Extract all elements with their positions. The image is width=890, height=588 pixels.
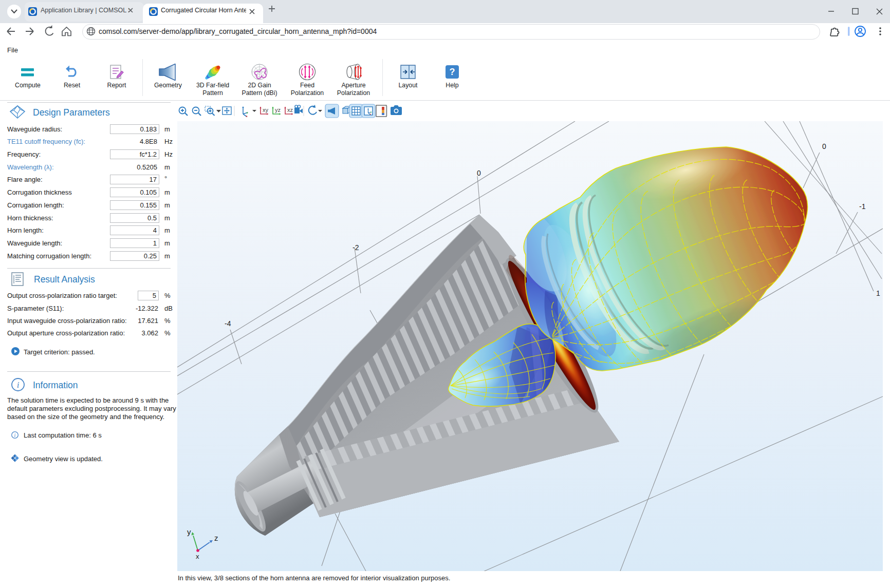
svg-text:i: i [17,380,20,390]
svg-text:0: 0 [477,169,481,177]
svg-text:1: 1 [876,289,880,297]
svg-text:z: z [214,534,218,542]
svg-text:-4: -4 [225,319,231,328]
svg-text:0: 0 [822,142,826,150]
svg-text:yz: yz [275,107,281,113]
svg-text:xy: xy [263,107,269,113]
svg-text:x: x [196,553,199,560]
svg-text:-1: -1 [859,202,866,211]
svg-text:y: y [187,527,191,536]
svg-text:xz: xz [287,107,293,113]
svg-text:-2: -2 [353,243,359,252]
svg-text:i: i [14,432,16,438]
